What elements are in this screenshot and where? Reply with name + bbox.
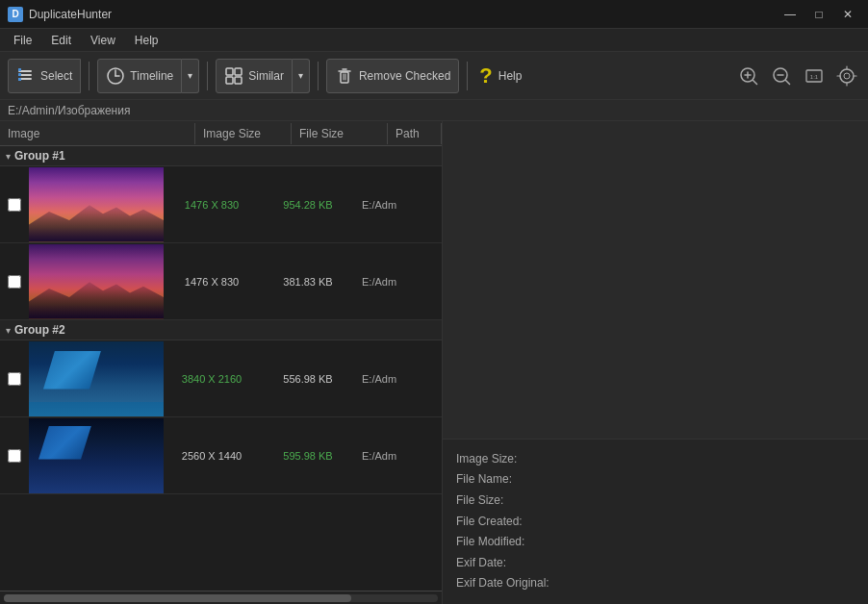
thumbnail-1-1 xyxy=(29,167,164,242)
file-size-1-2: 381.83 KB xyxy=(260,276,356,288)
checkbox-2-2[interactable] xyxy=(8,449,21,463)
label-image-size: Image Size: xyxy=(456,449,572,470)
current-path: E:/Admin/Изображения xyxy=(8,104,130,117)
window-controls: — □ ✕ xyxy=(778,5,860,24)
file-list-body[interactable]: ▾ Group #1 1476 X 830 954.28 KB E:/Adm xyxy=(0,146,442,591)
info-row-file-size: File Size: xyxy=(456,491,855,512)
select-label: Select xyxy=(40,69,72,83)
table-row[interactable]: 1476 X 830 954.28 KB E:/Adm xyxy=(0,166,442,243)
file-size-2-1: 556.98 KB xyxy=(260,373,356,385)
scrollbar-track xyxy=(4,594,438,602)
row-checkbox-1-1[interactable] xyxy=(0,198,29,212)
timeline-button[interactable]: Timeline xyxy=(97,59,182,93)
remove-checked-button[interactable]: Remove Checked xyxy=(326,59,459,93)
col-image-size: Image Size xyxy=(195,123,292,144)
path-1-1: E:/Adm xyxy=(356,199,442,211)
table-row[interactable]: 3840 X 2160 556.98 KB E:/Adm xyxy=(0,340,442,417)
group-header-2[interactable]: ▾ Group #2 xyxy=(0,320,442,340)
select-button[interactable]: Select xyxy=(8,59,81,93)
scrollbar-thumb[interactable] xyxy=(4,594,351,602)
svg-rect-10 xyxy=(235,68,242,75)
select-button-group: Select xyxy=(8,59,81,93)
zoom-fit-icon xyxy=(836,65,857,87)
zoom-reset-button[interactable]: 1:1 xyxy=(801,63,828,89)
image-size-1-2: 1476 X 830 xyxy=(164,276,260,288)
menu-edit[interactable]: Edit xyxy=(41,32,81,49)
row-checkbox-1-2[interactable] xyxy=(0,275,29,289)
row-checkbox-2-1[interactable] xyxy=(0,372,29,386)
timeline-icon xyxy=(106,66,125,86)
svg-line-24 xyxy=(786,80,790,84)
info-row-image-size: Image Size: xyxy=(456,449,855,470)
path-1-2: E:/Adm xyxy=(356,276,442,288)
zoom-fit-button[interactable] xyxy=(833,63,860,89)
svg-rect-13 xyxy=(341,72,348,83)
col-image: Image xyxy=(0,123,195,144)
col-path: Path xyxy=(388,123,442,144)
close-button[interactable]: ✕ xyxy=(835,5,860,24)
zoom-out-icon xyxy=(771,65,792,87)
toolbar-separator-3 xyxy=(318,62,319,90)
file-list-panel: Image Image Size File Size Path ▾ Group … xyxy=(0,121,443,604)
app-icon: D xyxy=(8,7,23,22)
toolbar-separator-1 xyxy=(89,62,89,90)
label-file-created: File Created: xyxy=(456,512,572,533)
timeline-dropdown-arrow[interactable]: ▾ xyxy=(182,59,199,93)
label-file-modified: File Modified: xyxy=(456,532,572,553)
info-row-exif-date-original: Exif Date Original: xyxy=(456,573,855,594)
title-bar: D DuplicateHunter — □ ✕ xyxy=(0,0,868,29)
app-title: DuplicateHunter xyxy=(29,8,778,21)
thumbnail-2-2 xyxy=(29,418,164,493)
maximize-button[interactable]: □ xyxy=(806,5,831,24)
col-file-size: File Size xyxy=(292,123,388,144)
menu-view[interactable]: View xyxy=(81,32,125,49)
menu-help[interactable]: Help xyxy=(125,32,168,49)
zoom-out-button[interactable] xyxy=(768,63,795,89)
preview-area xyxy=(443,121,868,439)
minimize-button[interactable]: — xyxy=(778,5,803,24)
svg-line-21 xyxy=(753,80,757,84)
help-icon: ? xyxy=(479,63,492,88)
info-row-file-modified: File Modified: xyxy=(456,532,855,553)
zoom-in-icon xyxy=(738,65,759,87)
label-file-name: File Name: xyxy=(456,469,572,491)
svg-rect-9 xyxy=(226,68,233,75)
svg-point-28 xyxy=(844,73,850,79)
toolbar: Select Timeline ▾ Similar ▾ xyxy=(0,52,868,100)
svg-text:1:1: 1:1 xyxy=(810,74,819,80)
path-bar: E:/Admin/Изображения xyxy=(0,100,868,121)
zoom-in-button[interactable] xyxy=(735,63,762,89)
group-label-2: Group #2 xyxy=(14,323,65,337)
similar-dropdown-arrow[interactable]: ▾ xyxy=(293,59,310,93)
similar-button-group: Similar ▾ xyxy=(216,59,310,93)
table-row[interactable]: 2560 X 1440 595.98 KB E:/Adm xyxy=(0,417,442,494)
svg-rect-11 xyxy=(226,77,233,84)
svg-rect-3 xyxy=(18,68,21,71)
timeline-label: Timeline xyxy=(130,69,173,83)
image-size-2-1: 3840 X 2160 xyxy=(164,373,260,385)
help-label: Help xyxy=(498,69,523,83)
checkbox-1-1[interactable] xyxy=(8,198,21,212)
row-checkbox-2-2[interactable] xyxy=(0,449,29,463)
toolbar-separator-2 xyxy=(207,62,208,90)
menu-bar: File Edit View Help xyxy=(0,29,868,52)
file-size-1-1: 954.28 KB xyxy=(260,199,356,211)
file-size-2-2: 595.98 KB xyxy=(260,450,356,462)
group-header-1[interactable]: ▾ Group #1 xyxy=(0,146,442,166)
table-row[interactable]: 1476 X 830 381.83 KB E:/Adm xyxy=(0,243,442,320)
table-header: Image Image Size File Size Path xyxy=(0,121,442,146)
remove-checked-label: Remove Checked xyxy=(359,69,450,83)
checkbox-1-2[interactable] xyxy=(8,275,21,289)
right-panel: Image Size: File Name: File Size: File C… xyxy=(443,121,868,604)
horizontal-scrollbar[interactable] xyxy=(0,591,442,604)
expand-icon-1: ▾ xyxy=(6,151,11,162)
checkbox-2-1[interactable] xyxy=(8,372,21,386)
similar-button[interactable]: Similar xyxy=(216,59,293,93)
path-2-1: E:/Adm xyxy=(356,373,442,385)
select-icon xyxy=(16,66,36,86)
menu-file[interactable]: File xyxy=(4,32,41,49)
info-panel: Image Size: File Name: File Size: File C… xyxy=(443,439,868,604)
svg-rect-5 xyxy=(18,78,21,81)
expand-icon-2: ▾ xyxy=(6,325,11,336)
info-row-file-created: File Created: xyxy=(456,512,855,533)
